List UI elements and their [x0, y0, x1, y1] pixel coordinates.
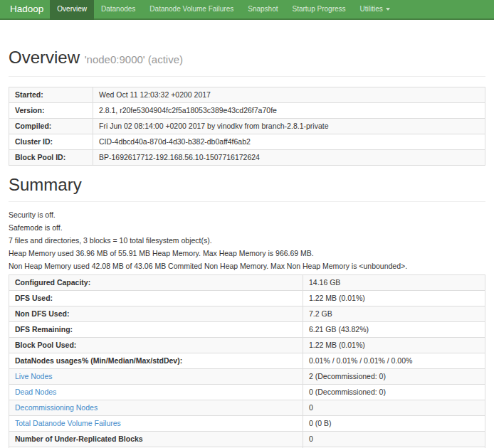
link-live-nodes[interactable]: Live Nodes [15, 372, 53, 380]
summary-title: Summary [9, 176, 485, 194]
link-decommissioning-nodes[interactable]: Decommissioning Nodes [15, 403, 98, 412]
navbar: Hadoop OverviewDatanodesDatanode Volume … [0, 0, 494, 20]
brand-hadoop[interactable]: Hadoop [10, 0, 43, 18]
row-value: 6.21 GB (43.82%) [303, 322, 485, 338]
divider [9, 201, 485, 202]
row-value: 0 [303, 400, 485, 416]
nav-tab-snapshot[interactable]: Snapshot [241, 0, 285, 18]
table-row: DFS Used:1.22 MB (0.01%) [9, 291, 485, 306]
namenode-address-status: 'node0:9000' (active) [85, 53, 183, 65]
summary-table: Configured Capacity:14.16 GBDFS Used:1.2… [9, 274, 485, 448]
table-row: Cluster ID:CID-4dbcd40a-870d-4d30-b382-d… [9, 134, 485, 150]
row-value: 14.16 GB [303, 275, 485, 291]
table-row: Live Nodes2 (Decommissioned: 0) [9, 369, 485, 385]
row-value: Fri Jun 02 08:14:00 +0200 2017 by vinodk… [93, 119, 485, 134]
nav-tab-label: Datanode Volume Failures [149, 5, 233, 13]
table-row: Dead Nodes0 (Decommissioned: 0) [9, 385, 485, 400]
row-label-datanodes-usages-min-median-max-stddev: DataNodes usages% (Min/Median/Max/stdDev… [9, 353, 303, 369]
caret-down-icon [386, 8, 390, 11]
row-value: 0 [303, 432, 485, 447]
row-value: 7.2 GB [303, 306, 485, 322]
table-row: Started:Wed Oct 11 12:03:32 +0200 2017 [9, 87, 485, 103]
row-value: 1.22 MB (0.01%) [303, 291, 485, 306]
row-label-cluster-id: Cluster ID: [9, 134, 93, 150]
nav-tab-utilities[interactable]: Utilities [353, 0, 397, 18]
namenode-info-table: Started:Wed Oct 11 12:03:32 +0200 2017Ve… [9, 87, 485, 166]
nav-tab-label: Overview [57, 5, 87, 13]
nav-tab-datanode-volume-failures[interactable]: Datanode Volume Failures [142, 0, 241, 18]
link-dead-nodes[interactable]: Dead Nodes [15, 388, 56, 396]
row-label-total-datanode-volume-failures: Total Datanode Volume Failures [9, 416, 303, 432]
navbar-tabs: OverviewDatanodesDatanode Volume Failure… [50, 0, 396, 18]
table-row: Number of Under-Replicated Blocks0 [9, 432, 485, 447]
row-value: Wed Oct 11 12:03:32 +0200 2017 [93, 87, 485, 103]
row-value: BP-1692617712-192.168.56.10-150771617262… [93, 150, 485, 166]
nav-tab-label: Datanodes [101, 5, 135, 13]
summary-line: Security is off. [9, 210, 485, 220]
table-row: Decommissioning Nodes0 [9, 400, 485, 416]
page-title: Overview 'node0:9000' (active) [9, 48, 485, 69]
table-row: Block Pool ID:BP-1692617712-192.168.56.1… [9, 150, 485, 166]
table-row: DFS Remaining:6.21 GB (43.82%) [9, 322, 485, 338]
row-label-block-pool-id: Block Pool ID: [9, 150, 93, 166]
nav-tab-label: Startup Progress [292, 5, 345, 13]
row-label-compiled: Compiled: [9, 119, 93, 134]
summary-line: Safemode is off. [9, 223, 485, 233]
nav-tab-label: Utilities [360, 5, 383, 13]
nav-tab-startup-progress[interactable]: Startup Progress [285, 0, 352, 18]
row-label-version: Version: [9, 103, 93, 119]
table-row: Configured Capacity:14.16 GB [9, 275, 485, 291]
table-row: Version:2.8.1, r20fe5304904fc2f5a18053c3… [9, 103, 485, 119]
row-value: 0 (Decommissioned: 0) [303, 385, 485, 400]
row-label-non-dfs-used: Non DFS Used: [9, 306, 303, 322]
row-value: 1.22 MB (0.01%) [303, 338, 485, 353]
row-value: 2 (Decommissioned: 0) [303, 369, 485, 385]
nav-tab-datanodes[interactable]: Datanodes [94, 0, 142, 18]
row-value: 2.8.1, r20fe5304904fc2f5a18053c389e43cd2… [93, 103, 485, 119]
row-label-block-pool-used: Block Pool Used: [9, 338, 303, 353]
divider [9, 76, 485, 77]
nav-tab-label: Snapshot [248, 5, 278, 13]
table-row: Compiled:Fri Jun 02 08:14:00 +0200 2017 … [9, 119, 485, 134]
summary-status-lines: Security is off.Safemode is off.7 files … [9, 210, 485, 271]
row-label-decommissioning-nodes: Decommissioning Nodes [9, 400, 303, 416]
row-label-dfs-used: DFS Used: [9, 291, 303, 306]
table-row: Non DFS Used:7.2 GB [9, 306, 485, 322]
table-row: Total Datanode Volume Failures0 (0 B) [9, 416, 485, 432]
row-label-dfs-remaining: DFS Remaining: [9, 322, 303, 338]
row-value: 0 (0 B) [303, 416, 485, 432]
page-content: Overview 'node0:9000' (active) Started:W… [0, 48, 494, 448]
nav-tab-overview[interactable]: Overview [50, 0, 94, 20]
row-value: 0.01% / 0.01% / 0.01% / 0.00% [303, 353, 485, 369]
summary-line: 7 files and directories, 3 blocks = 10 t… [9, 236, 485, 245]
summary-line: Non Heap Memory used 42.08 MB of 43.06 M… [9, 262, 485, 271]
row-label-number-of-under-replicated-blocks: Number of Under-Replicated Blocks [9, 432, 303, 447]
summary-line: Heap Memory used 36.96 MB of 55.91 MB He… [9, 249, 485, 258]
table-row: DataNodes usages% (Min/Median/Max/stdDev… [9, 353, 485, 369]
link-total-datanode-volume-failures[interactable]: Total Datanode Volume Failures [15, 419, 121, 427]
row-value: CID-4dbcd40a-870d-4d30-b382-db0aff4f6ab2 [93, 134, 485, 150]
overview-title: Overview [9, 48, 80, 67]
row-label-live-nodes: Live Nodes [9, 369, 303, 385]
row-label-started: Started: [9, 87, 93, 103]
row-label-configured-capacity: Configured Capacity: [9, 275, 303, 291]
row-label-dead-nodes: Dead Nodes [9, 385, 303, 400]
table-row: Block Pool Used:1.22 MB (0.01%) [9, 338, 485, 353]
